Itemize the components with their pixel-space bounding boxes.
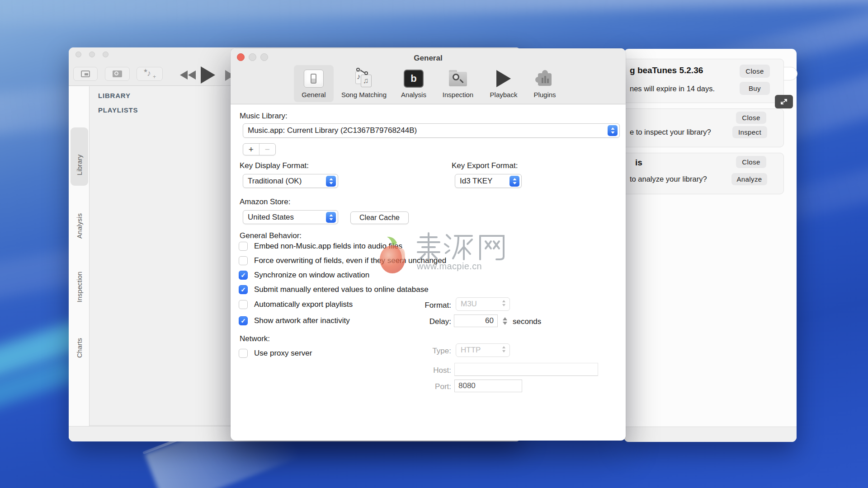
format-select[interactable]: M3U [456, 297, 510, 311]
playback-icon [496, 67, 511, 90]
tab-song-matching[interactable]: ♪ ♫ Song Matching [336, 65, 392, 102]
checkbox[interactable] [239, 256, 248, 265]
macpie-apple-logo [380, 237, 405, 273]
host-label: Host: [406, 366, 451, 375]
search-folder-icon [113, 70, 122, 77]
checkbox[interactable]: ✓ [239, 271, 248, 280]
card-message: nes will expire in 14 days. [630, 84, 715, 93]
amazon-store-select[interactable]: United States [243, 210, 338, 224]
music-library-label: Music Library: [240, 112, 288, 121]
close-button[interactable]: Close [736, 112, 766, 124]
clear-cache-button[interactable]: Clear Cache [350, 211, 409, 224]
tab-plugins[interactable]: Plugins [527, 65, 562, 102]
card-title: is [635, 158, 642, 168]
checkbox[interactable] [239, 242, 248, 251]
card-title: g beaTunes 5.2.36 [630, 66, 703, 75]
key-display-format-select[interactable]: Traditional (OK) [243, 174, 338, 188]
tab-playback[interactable]: Playback [483, 65, 524, 102]
stepper-icon [502, 300, 506, 309]
dialog-header: General General ♪ ♫ [231, 48, 626, 104]
checkbox-row-submit[interactable]: ✓ Submit manually entered values to onli… [239, 285, 429, 294]
tab-inspection[interactable]: Inspection [436, 65, 480, 102]
port-label: Port: [406, 382, 451, 391]
section-library[interactable]: LIBRARY [98, 92, 131, 99]
media-view-icon [81, 70, 90, 77]
notifications-window-statusbar [624, 427, 797, 442]
port-input[interactable]: 8080 [454, 380, 522, 392]
network-label: Network: [240, 334, 270, 343]
add-song-button[interactable]: ♪ ★ + [137, 67, 163, 81]
preferences-tabs: General ♪ ♫ Song Matching [231, 65, 626, 102]
music-library-select[interactable]: Music.app: Current Library (2C1367B79768… [243, 123, 620, 138]
general-behavior-label: General Behavior: [240, 231, 302, 240]
delay-stepper[interactable] [501, 314, 509, 328]
add-library-button[interactable]: + [243, 144, 259, 155]
media-view-button[interactable] [73, 67, 98, 81]
checkbox-row-synchronize[interactable]: ✓ Synchronize on window activation [239, 271, 369, 280]
checkbox-row-export-playlists[interactable]: Automatically export playlists [239, 300, 353, 309]
delay-input[interactable]: 60 [454, 314, 498, 327]
proxy-type-select[interactable]: HTTP [456, 343, 510, 357]
stepper-icon [502, 346, 506, 355]
tab-general[interactable]: General [294, 65, 334, 102]
song-matching-icon: ♪ ♫ [354, 67, 374, 90]
add-song-icon: ♪ ★ + [144, 70, 155, 79]
card-message: e to inspect your library? [630, 128, 711, 136]
zoom-button[interactable] [103, 52, 108, 57]
analyze-button[interactable]: Analyze [731, 173, 767, 185]
remove-library-button[interactable]: − [259, 144, 276, 155]
watermark-url: www.macpie.cn [417, 261, 482, 272]
close-button[interactable]: Close [740, 65, 770, 78]
tab-analysis[interactable]: b Analysis [394, 65, 433, 102]
section-playlists[interactable]: PLAYLISTS [98, 106, 138, 114]
expand-icon[interactable] [775, 95, 793, 108]
delay-suffix-label: seconds [513, 317, 541, 326]
close-button[interactable]: Close [736, 156, 766, 168]
buy-button[interactable]: Buy [740, 82, 770, 95]
plugins-icon [535, 67, 554, 90]
stepper-icon [326, 212, 336, 223]
delay-label: Delay: [406, 317, 451, 326]
close-button[interactable] [75, 52, 81, 57]
stepper-icon [326, 176, 336, 187]
inspect-button[interactable]: Inspect [732, 126, 767, 138]
play-icon[interactable] [201, 66, 215, 84]
library-add-remove: + − [243, 143, 276, 155]
checkbox[interactable]: ✓ [239, 285, 248, 294]
checkbox[interactable]: ✓ [239, 316, 248, 325]
card-message: to analyze your library? [630, 175, 707, 183]
analysis-icon: b [404, 67, 424, 90]
stepper-icon [608, 125, 618, 136]
rewind-icon[interactable] [180, 70, 196, 80]
key-export-format-select[interactable]: Id3 TKEY [455, 174, 522, 188]
key-display-format-label: Key Display Format: [240, 161, 309, 170]
sidebar-tab-library[interactable]: Library [75, 155, 83, 175]
minimize-button[interactable] [89, 52, 95, 57]
sidebar-tab-strip [69, 86, 90, 441]
key-export-format-label: Key Export Format: [452, 161, 518, 170]
stepper-icon [509, 176, 519, 187]
general-icon [304, 67, 324, 90]
format-label: Format: [406, 301, 451, 310]
inspection-icon [448, 67, 468, 90]
checkbox-row-show-artwork[interactable]: ✓ Show artwork after inactivity [239, 316, 350, 325]
sidebar-tab-inspection[interactable]: Inspection [75, 272, 83, 302]
dialog-title: General [231, 54, 626, 63]
search-folder-button[interactable] [105, 67, 130, 81]
checkbox-row-proxy[interactable]: Use proxy server [239, 349, 312, 358]
checkbox[interactable] [239, 300, 248, 309]
sidebar-tab-analysis[interactable]: Analysis [75, 213, 83, 239]
host-input[interactable] [454, 363, 598, 376]
notifications-window: g beaTunes 5.2.36 Close nes will expire … [624, 49, 797, 442]
type-label: Type: [406, 347, 451, 356]
watermark: www.macpie.cn [375, 231, 529, 279]
sidebar-tab-charts[interactable]: Charts [75, 338, 83, 358]
amazon-store-label: Amazon Store: [240, 197, 290, 206]
checkbox[interactable] [239, 349, 248, 358]
